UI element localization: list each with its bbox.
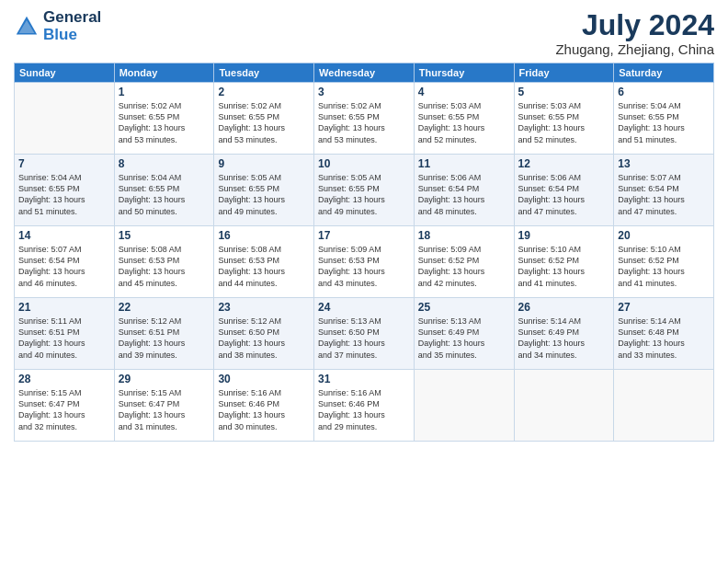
calendar-week-2: 7Sunrise: 5:04 AM Sunset: 6:55 PM Daylig… [15, 155, 714, 226]
day-number: 16 [218, 229, 310, 242]
day-number: 19 [518, 229, 610, 242]
calendar-cell [15, 83, 115, 155]
calendar-cell: 5Sunrise: 5:03 AM Sunset: 6:55 PM Daylig… [514, 83, 614, 155]
calendar-cell: 17Sunrise: 5:09 AM Sunset: 6:53 PM Dayli… [314, 226, 415, 298]
day-number: 10 [318, 157, 410, 170]
calendar-cell: 20Sunrise: 5:10 AM Sunset: 6:52 PM Dayli… [614, 226, 714, 298]
day-number: 26 [518, 301, 610, 314]
calendar-week-3: 14Sunrise: 5:07 AM Sunset: 6:54 PM Dayli… [15, 226, 714, 298]
header: General Blue July 2024 Zhugang, Zhejiang… [14, 9, 714, 57]
calendar-cell: 15Sunrise: 5:08 AM Sunset: 6:53 PM Dayli… [114, 226, 214, 298]
weekday-header-wednesday: Wednesday [314, 63, 415, 83]
calendar-cell: 14Sunrise: 5:07 AM Sunset: 6:54 PM Dayli… [15, 226, 115, 298]
day-number: 18 [418, 229, 510, 242]
calendar-cell: 1Sunrise: 5:02 AM Sunset: 6:55 PM Daylig… [114, 83, 214, 155]
day-number: 15 [119, 229, 210, 242]
calendar-cell: 2Sunrise: 5:02 AM Sunset: 6:55 PM Daylig… [214, 83, 314, 155]
month-year: July 2024 [555, 9, 714, 41]
day-info: Sunrise: 5:16 AM Sunset: 6:46 PM Dayligh… [318, 387, 410, 432]
day-number: 28 [18, 373, 110, 385]
day-number: 27 [618, 301, 710, 314]
day-number: 7 [18, 157, 110, 170]
day-info: Sunrise: 5:07 AM Sunset: 6:54 PM Dayligh… [618, 172, 710, 217]
day-info: Sunrise: 5:15 AM Sunset: 6:47 PM Dayligh… [119, 387, 210, 432]
day-info: Sunrise: 5:16 AM Sunset: 6:46 PM Dayligh… [218, 387, 310, 432]
day-number: 24 [318, 301, 410, 314]
day-number: 20 [618, 229, 710, 242]
calendar-cell [414, 370, 514, 442]
calendar-cell: 4Sunrise: 5:03 AM Sunset: 6:55 PM Daylig… [414, 83, 514, 155]
day-number: 1 [119, 86, 210, 98]
calendar-cell: 12Sunrise: 5:06 AM Sunset: 6:54 PM Dayli… [514, 155, 614, 226]
day-info: Sunrise: 5:11 AM Sunset: 6:51 PM Dayligh… [18, 316, 110, 361]
calendar-week-5: 28Sunrise: 5:15 AM Sunset: 6:47 PM Dayli… [15, 370, 714, 442]
calendar-body: 1Sunrise: 5:02 AM Sunset: 6:55 PM Daylig… [15, 83, 714, 442]
location: Zhugang, Zhejiang, China [555, 41, 714, 57]
day-info: Sunrise: 5:10 AM Sunset: 6:52 PM Dayligh… [618, 244, 710, 289]
day-number: 11 [418, 157, 510, 170]
day-info: Sunrise: 5:08 AM Sunset: 6:53 PM Dayligh… [119, 244, 210, 289]
day-number: 3 [318, 86, 410, 98]
calendar-week-4: 21Sunrise: 5:11 AM Sunset: 6:51 PM Dayli… [15, 298, 714, 370]
day-number: 12 [518, 157, 610, 170]
day-number: 9 [218, 157, 310, 170]
calendar-cell: 30Sunrise: 5:16 AM Sunset: 6:46 PM Dayli… [214, 370, 314, 442]
day-info: Sunrise: 5:05 AM Sunset: 6:55 PM Dayligh… [218, 172, 310, 217]
calendar-cell: 27Sunrise: 5:14 AM Sunset: 6:48 PM Dayli… [614, 298, 714, 370]
logo: General Blue [14, 9, 101, 43]
day-info: Sunrise: 5:14 AM Sunset: 6:48 PM Dayligh… [618, 316, 710, 361]
calendar-cell: 29Sunrise: 5:15 AM Sunset: 6:47 PM Dayli… [114, 370, 214, 442]
calendar-cell: 28Sunrise: 5:15 AM Sunset: 6:47 PM Dayli… [15, 370, 115, 442]
day-info: Sunrise: 5:06 AM Sunset: 6:54 PM Dayligh… [518, 172, 610, 217]
day-info: Sunrise: 5:02 AM Sunset: 6:55 PM Dayligh… [119, 100, 210, 145]
day-info: Sunrise: 5:03 AM Sunset: 6:55 PM Dayligh… [418, 100, 510, 145]
calendar-cell: 23Sunrise: 5:12 AM Sunset: 6:50 PM Dayli… [214, 298, 314, 370]
calendar-cell: 31Sunrise: 5:16 AM Sunset: 6:46 PM Dayli… [314, 370, 415, 442]
day-info: Sunrise: 5:13 AM Sunset: 6:49 PM Dayligh… [418, 316, 510, 361]
day-info: Sunrise: 5:13 AM Sunset: 6:50 PM Dayligh… [318, 316, 410, 361]
day-number: 17 [318, 229, 410, 242]
day-number: 22 [119, 301, 210, 314]
weekday-header-row: SundayMondayTuesdayWednesdayThursdayFrid… [15, 63, 714, 83]
calendar-cell: 9Sunrise: 5:05 AM Sunset: 6:55 PM Daylig… [214, 155, 314, 226]
day-info: Sunrise: 5:12 AM Sunset: 6:51 PM Dayligh… [119, 316, 210, 361]
day-info: Sunrise: 5:10 AM Sunset: 6:52 PM Dayligh… [518, 244, 610, 289]
day-info: Sunrise: 5:03 AM Sunset: 6:55 PM Dayligh… [518, 100, 610, 145]
day-info: Sunrise: 5:04 AM Sunset: 6:55 PM Dayligh… [119, 172, 210, 217]
page-container: General Blue July 2024 Zhugang, Zhejiang… [0, 0, 728, 451]
calendar-cell: 8Sunrise: 5:04 AM Sunset: 6:55 PM Daylig… [114, 155, 214, 226]
day-info: Sunrise: 5:14 AM Sunset: 6:49 PM Dayligh… [518, 316, 610, 361]
title-block: July 2024 Zhugang, Zhejiang, China [555, 9, 714, 57]
calendar-cell: 13Sunrise: 5:07 AM Sunset: 6:54 PM Dayli… [614, 155, 714, 226]
day-number: 5 [518, 86, 610, 98]
calendar-cell: 10Sunrise: 5:05 AM Sunset: 6:55 PM Dayli… [314, 155, 415, 226]
calendar-cell: 6Sunrise: 5:04 AM Sunset: 6:55 PM Daylig… [614, 83, 714, 155]
day-info: Sunrise: 5:15 AM Sunset: 6:47 PM Dayligh… [18, 387, 110, 432]
day-info: Sunrise: 5:02 AM Sunset: 6:55 PM Dayligh… [218, 100, 310, 145]
day-info: Sunrise: 5:09 AM Sunset: 6:53 PM Dayligh… [318, 244, 410, 289]
logo-icon [14, 14, 40, 40]
day-number: 14 [18, 229, 110, 242]
day-number: 8 [119, 157, 210, 170]
logo-text: General Blue [43, 9, 101, 43]
day-info: Sunrise: 5:12 AM Sunset: 6:50 PM Dayligh… [218, 316, 310, 361]
weekday-header-monday: Monday [114, 63, 214, 83]
day-number: 13 [618, 157, 710, 170]
weekday-header-thursday: Thursday [414, 63, 514, 83]
day-info: Sunrise: 5:04 AM Sunset: 6:55 PM Dayligh… [18, 172, 110, 217]
day-number: 29 [119, 373, 210, 385]
day-number: 30 [218, 373, 310, 385]
day-info: Sunrise: 5:06 AM Sunset: 6:54 PM Dayligh… [418, 172, 510, 217]
calendar-cell: 19Sunrise: 5:10 AM Sunset: 6:52 PM Dayli… [514, 226, 614, 298]
day-info: Sunrise: 5:02 AM Sunset: 6:55 PM Dayligh… [318, 100, 410, 145]
calendar-cell: 26Sunrise: 5:14 AM Sunset: 6:49 PM Dayli… [514, 298, 614, 370]
day-number: 2 [218, 86, 310, 98]
calendar-cell: 22Sunrise: 5:12 AM Sunset: 6:51 PM Dayli… [114, 298, 214, 370]
weekday-header-saturday: Saturday [614, 63, 714, 83]
day-number: 23 [218, 301, 310, 314]
weekday-header-sunday: Sunday [15, 63, 115, 83]
calendar-cell: 21Sunrise: 5:11 AM Sunset: 6:51 PM Dayli… [15, 298, 115, 370]
weekday-header-tuesday: Tuesday [214, 63, 314, 83]
day-number: 4 [418, 86, 510, 98]
calendar-table: SundayMondayTuesdayWednesdayThursdayFrid… [14, 63, 714, 442]
